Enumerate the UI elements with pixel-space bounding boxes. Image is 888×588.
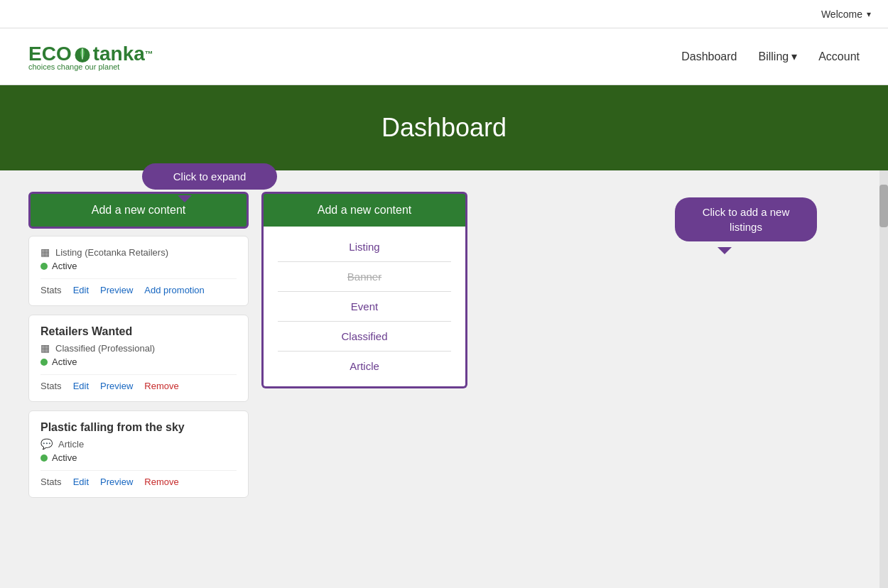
chevron-down-icon: ▾ (867, 9, 871, 19)
card-actions: Stats Edit Preview Remove (40, 374, 237, 391)
card-type-label: Article (58, 439, 84, 450)
card-title: Retailers Wanted (40, 325, 237, 338)
logo: ECO tanka ™ choices change our planet (28, 43, 153, 71)
dropdown-divider (278, 261, 451, 262)
add-promotion-link[interactable]: Add promotion (144, 285, 205, 295)
preview-link[interactable]: Preview (100, 381, 133, 391)
left-column: Add a new content ▦ Listing (Ecotanka Re… (28, 192, 249, 498)
dropdown-item-classified[interactable]: Classified (264, 323, 465, 349)
dropdown-divider (278, 351, 451, 352)
logo-leaf-icon (72, 43, 93, 65)
status-dot-active (40, 263, 48, 270)
content-cards: ▦ Listing (Ecotanka Retailers) Active St… (28, 236, 249, 498)
status-text: Active (52, 356, 77, 367)
scrollbar-track[interactable] (879, 170, 888, 588)
card-type-row: 💬 Article (40, 438, 237, 450)
tooltip-expand: Click to expand (142, 163, 277, 190)
dropdown-item-banner[interactable]: Banner (264, 263, 465, 290)
billing-label: Billing (759, 50, 789, 63)
listing-icon: ▦ (40, 246, 50, 258)
logo-tm: ™ (145, 49, 153, 59)
article-icon: 💬 (40, 438, 53, 450)
welcome-dropdown[interactable]: Welcome ▾ (821, 9, 871, 20)
dropdown-area: Add a new content Listing Banner Event C… (261, 192, 467, 388)
billing-chevron: ▾ (791, 50, 797, 63)
preview-link[interactable]: Preview (100, 477, 133, 487)
add-content-button-main[interactable]: Add a new content (28, 192, 249, 229)
stats-link[interactable]: Stats (40, 285, 62, 295)
status-dot-active (40, 454, 48, 462)
welcome-text: Welcome (821, 9, 862, 20)
status-text: Active (52, 452, 77, 463)
edit-link[interactable]: Edit (73, 381, 89, 391)
nav-dashboard[interactable]: Dashboard (681, 50, 737, 63)
card-status: Active (40, 261, 237, 271)
nav-bar: ECO tanka ™ choices change our planet Da… (0, 28, 888, 85)
card-listing: ▦ Listing (Ecotanka Retailers) Active St… (28, 236, 249, 306)
nav-links: Dashboard Billing ▾ Account (681, 50, 860, 63)
card-type-row: ▦ Listing (Ecotanka Retailers) (40, 246, 237, 258)
nav-billing[interactable]: Billing ▾ (759, 50, 798, 63)
card-actions: Stats Edit Preview Remove (40, 470, 237, 487)
nav-account[interactable]: Account (818, 50, 860, 63)
stats-link[interactable]: Stats (40, 381, 62, 391)
dropdown-header[interactable]: Add a new content (261, 192, 467, 227)
card-type-row: ▦ Classified (Professional) (40, 342, 237, 354)
scrollbar-thumb[interactable] (879, 185, 888, 227)
dropdown-divider (278, 291, 451, 292)
dropdown-item-listing[interactable]: Listing (264, 234, 465, 260)
card-type-label: Listing (Ecotanka Retailers) (55, 247, 168, 258)
classified-icon: ▦ (40, 342, 50, 354)
card-type-label: Classified (Professional) (55, 343, 155, 354)
card-status: Active (40, 452, 237, 463)
top-bar: Welcome ▾ (0, 0, 888, 28)
edit-link[interactable]: Edit (73, 285, 89, 295)
dropdown-body: Listing Banner Event Classified Article (261, 227, 467, 388)
card-title: Plastic falling from the sky (40, 421, 237, 434)
dashboard-hero: Dashboard (0, 85, 888, 170)
dropdown-item-event[interactable]: Event (264, 293, 465, 320)
status-text: Active (52, 261, 77, 271)
dashboard-title: Dashboard (381, 113, 507, 143)
card-actions: Stats Edit Preview Add promotion (40, 278, 237, 295)
preview-link[interactable]: Preview (100, 285, 133, 295)
edit-link[interactable]: Edit (73, 477, 89, 487)
dropdown-divider (278, 321, 451, 322)
tooltip-listings: Click to add a new listings (675, 197, 817, 241)
main-content: Click to expand Add a new content ▦ List… (0, 170, 888, 588)
card-article: Plastic falling from the sky 💬 Article A… (28, 410, 249, 498)
card-status: Active (40, 356, 237, 367)
remove-link[interactable]: Remove (144, 477, 178, 487)
tooltip-expand-text: Click to expand (173, 170, 247, 183)
card-classified: Retailers Wanted ▦ Classified (Professio… (28, 315, 249, 402)
remove-link[interactable]: Remove (144, 381, 178, 391)
status-dot-active (40, 359, 48, 366)
tooltip-listings-text: Click to add a new listings (703, 206, 790, 233)
stats-link[interactable]: Stats (40, 477, 62, 487)
logo-subtitle: choices change our planet (28, 62, 153, 71)
dropdown-item-article[interactable]: Article (264, 353, 465, 379)
